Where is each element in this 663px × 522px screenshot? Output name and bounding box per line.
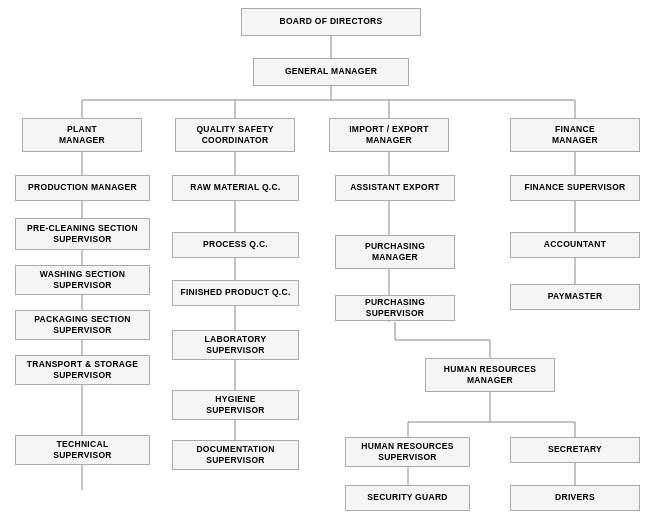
box-rawmat: RAW MATERIAL Q.C. — [172, 175, 299, 201]
box-processqc: PROCESS Q.C. — [172, 232, 299, 258]
org-chart: BOARD OF DIRECTORSGENERAL MANAGERPLANT M… — [0, 0, 663, 20]
box-plant: PLANT MANAGER — [22, 118, 142, 152]
box-paymaster: PAYMASTER — [510, 284, 640, 310]
box-finsuper: FINANCE SUPERVISOR — [510, 175, 640, 201]
box-transport: TRANSPORT & STORAGE SUPERVISOR — [15, 355, 150, 385]
box-hrmanager: HUMAN RESOURCES MANAGER — [425, 358, 555, 392]
box-secretary: SECRETARY — [510, 437, 640, 463]
box-finance: FINANCE MANAGER — [510, 118, 640, 152]
box-hygiene: HYGIENE SUPERVISOR — [172, 390, 299, 420]
box-general: GENERAL MANAGER — [253, 58, 409, 86]
box-technical: TECHNICAL SUPERVISOR — [15, 435, 150, 465]
box-import: IMPORT / EXPORT MANAGER — [329, 118, 449, 152]
box-purchasing: PURCHASING MANAGER — [335, 235, 455, 269]
box-quality: QUALITY SAFETY COORDINATOR — [175, 118, 295, 152]
box-drivers: DRIVERS — [510, 485, 640, 511]
box-purchsup: PURCHASING SUPERVISOR — [335, 295, 455, 321]
box-assistexport: ASSISTANT EXPORT — [335, 175, 455, 201]
box-accountant: ACCOUNTANT — [510, 232, 640, 258]
box-laboratory: LABORATORY SUPERVISOR — [172, 330, 299, 360]
box-board: BOARD OF DIRECTORS — [241, 8, 421, 36]
box-washing: WASHING SECTION SUPERVISOR — [15, 265, 150, 295]
box-prod: PRODUCTION MANAGER — [15, 175, 150, 201]
box-security: SECURITY GUARD — [345, 485, 470, 511]
box-finishedprod: FINISHED PRODUCT Q.C. — [172, 280, 299, 306]
box-documentation: DOCUMENTATION SUPERVISOR — [172, 440, 299, 470]
box-packaging: PACKAGING SECTION SUPERVISOR — [15, 310, 150, 340]
box-hrsup: HUMAN RESOURCES SUPERVISOR — [345, 437, 470, 467]
box-preclean: PRE-CLEANING SECTION SUPERVISOR — [15, 218, 150, 250]
